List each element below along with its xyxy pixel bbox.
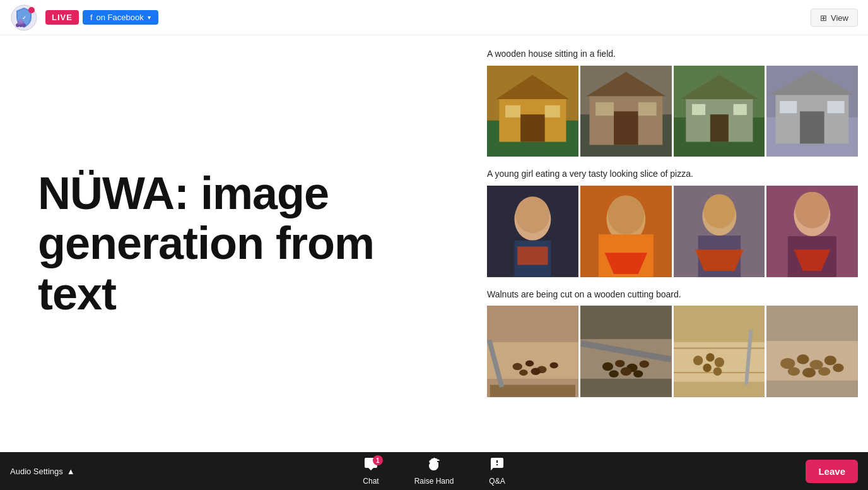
image-grid-1	[487, 66, 858, 157]
list-item	[766, 306, 858, 397]
svg-point-64	[549, 362, 558, 369]
svg-point-43	[606, 196, 645, 242]
view-icon: ⊞	[820, 13, 827, 22]
svg-point-53	[794, 193, 831, 236]
svg-rect-27	[710, 114, 728, 141]
svg-rect-57	[487, 306, 578, 397]
svg-point-83	[706, 354, 715, 362]
svg-point-75	[620, 368, 631, 376]
svg-point-92	[824, 356, 836, 365]
svg-point-61	[513, 363, 522, 371]
list-item	[487, 186, 578, 277]
svg-point-66	[531, 368, 540, 376]
svg-rect-37	[487, 186, 578, 277]
svg-point-94	[802, 368, 816, 378]
list-item	[674, 66, 765, 157]
svg-rect-22	[638, 102, 656, 115]
svg-point-7	[22, 23, 26, 27]
svg-marker-33	[770, 70, 855, 95]
svg-rect-10	[487, 120, 578, 157]
svg-rect-77	[674, 306, 765, 397]
svg-rect-58	[487, 342, 578, 379]
svg-point-38	[514, 198, 551, 241]
main-content: NÜWA: image generation from text A woode…	[0, 35, 868, 452]
top-bar: ✓ LIVE f on Facebook ▾ ⊞ View	[0, 0, 868, 35]
chevron-down-icon: ▾	[148, 14, 151, 21]
list-item	[580, 186, 672, 277]
svg-rect-39	[514, 241, 551, 277]
svg-point-93	[788, 368, 800, 376]
facebook-icon: f	[90, 13, 93, 22]
svg-rect-88	[766, 341, 858, 381]
chevron-up-icon: ▲	[67, 467, 75, 476]
view-button[interactable]: ⊞ View	[811, 8, 858, 27]
svg-point-91	[810, 360, 823, 369]
svg-point-89	[780, 358, 795, 369]
svg-rect-30	[766, 66, 858, 157]
qna-label: Q&A	[489, 477, 505, 486]
platform-label: on Facebook	[97, 13, 144, 22]
svg-rect-20	[614, 111, 638, 145]
qna-button[interactable]: Q&A	[471, 453, 522, 489]
chat-button[interactable]: 1 Chat	[345, 453, 396, 489]
svg-point-71	[615, 360, 625, 368]
svg-rect-41	[517, 246, 548, 265]
presentation-title: NÜWA: image generation from text	[38, 169, 439, 319]
list-item	[487, 66, 578, 157]
image-caption-2: A young girl eating a very tasty looking…	[487, 168, 858, 181]
svg-point-86	[713, 368, 722, 376]
svg-rect-59	[490, 385, 575, 397]
svg-rect-54	[788, 236, 836, 277]
audio-settings[interactable]: Audio Settings ▲	[10, 467, 75, 476]
svg-point-76	[633, 371, 643, 378]
list-item	[580, 66, 672, 157]
list-item	[580, 306, 672, 397]
svg-point-70	[602, 362, 613, 371]
list-item	[674, 186, 765, 277]
svg-point-63	[537, 366, 546, 374]
svg-marker-56	[794, 249, 831, 271]
svg-rect-60	[487, 340, 504, 388]
image-caption-1: A wooden house sitting in a field.	[487, 48, 858, 61]
image-section-3: Walnuts are being cut on a wooden cuttin…	[487, 289, 858, 397]
svg-point-90	[797, 354, 809, 364]
svg-rect-25	[686, 99, 753, 142]
image-grid-2	[487, 186, 858, 277]
svg-rect-78	[674, 342, 765, 382]
svg-point-95	[818, 368, 830, 376]
svg-rect-44	[599, 234, 654, 277]
leave-button[interactable]: Leave	[806, 460, 858, 483]
live-badge: LIVE	[45, 10, 79, 25]
raise-hand-label: Raise Hand	[414, 477, 454, 486]
svg-point-48	[702, 196, 736, 236]
svg-rect-81	[744, 330, 753, 385]
svg-rect-36	[828, 101, 845, 113]
svg-point-85	[703, 364, 712, 373]
svg-marker-46	[604, 253, 647, 274]
svg-rect-69	[580, 340, 671, 362]
svg-point-2	[28, 7, 35, 13]
svg-marker-26	[679, 75, 758, 99]
list-item	[487, 306, 578, 397]
svg-point-8	[19, 19, 23, 23]
svg-point-74	[609, 371, 618, 378]
svg-point-55	[795, 192, 830, 229]
svg-rect-13	[520, 114, 545, 141]
bottom-bar: Audio Settings ▲ 1 Chat Raise Hand	[0, 452, 868, 490]
svg-rect-29	[733, 104, 746, 114]
svg-point-72	[626, 364, 637, 373]
svg-marker-12	[496, 75, 569, 99]
svg-marker-19	[586, 71, 665, 96]
platform-button[interactable]: f on Facebook ▾	[83, 10, 158, 25]
view-label: View	[831, 13, 848, 22]
svg-rect-9	[487, 66, 578, 157]
chat-badge: 1	[373, 455, 383, 465]
svg-point-45	[607, 195, 644, 234]
raise-hand-button[interactable]: Raise Hand	[397, 453, 472, 489]
svg-rect-23	[674, 66, 765, 157]
image-caption-3: Walnuts are being cut on a wooden cuttin…	[487, 289, 858, 301]
svg-rect-87	[766, 306, 858, 397]
svg-marker-51	[695, 249, 743, 271]
svg-rect-52	[766, 186, 858, 277]
list-item	[766, 66, 858, 157]
